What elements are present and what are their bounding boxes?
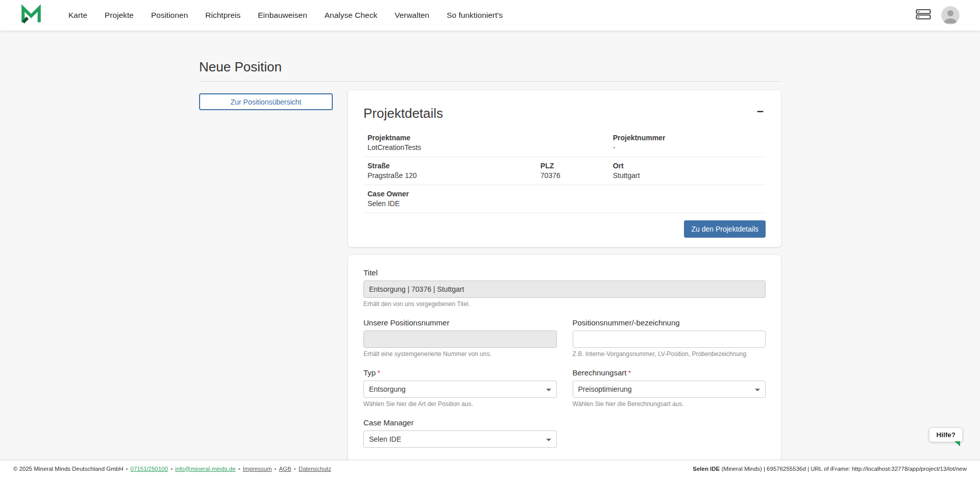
footer-user-name: Selen IDE bbox=[693, 466, 720, 472]
berechnungsart-select-value: Preisoptimierung bbox=[578, 385, 632, 393]
case-manager-select-value: Selen IDE bbox=[369, 435, 401, 443]
nav-item-positionen[interactable]: Positionen bbox=[151, 11, 188, 19]
positionsnummer-bezeichnung-label: Positionsnummer/-bezeichnung bbox=[573, 318, 766, 327]
nav-item-projekte[interactable]: Projekte bbox=[105, 11, 134, 19]
phone-link[interactable]: 07151/250100 bbox=[131, 466, 168, 472]
projektname-label: Projektname bbox=[368, 134, 605, 142]
agb-link[interactable]: AGB bbox=[279, 466, 291, 472]
case-owner-label: Case Owner bbox=[368, 190, 762, 198]
nav-item-einbauweisen[interactable]: Einbauweisen bbox=[258, 11, 307, 19]
help-button-label: Hilfe? bbox=[936, 431, 955, 439]
positionsnummer-bezeichnung-help: Z.B. Interne-Vorgangsnummer, LV-Position… bbox=[573, 350, 766, 358]
title-divider bbox=[199, 81, 781, 82]
to-project-details-button[interactable]: Zu den Projektdetails bbox=[684, 220, 766, 238]
typ-select[interactable]: Entsorgung bbox=[363, 381, 557, 398]
typ-help: Wählen Sie hier die Art der Position aus… bbox=[363, 400, 557, 408]
project-details-card: Projektdetails – Projektname LotCreation… bbox=[348, 90, 781, 247]
page-title: Neue Position bbox=[199, 59, 781, 75]
navbar-right bbox=[916, 6, 960, 24]
chevron-down-icon bbox=[546, 389, 551, 391]
content-area: Neue Position Zur Positionsübersicht Pro… bbox=[0, 0, 980, 461]
titel-input[interactable] bbox=[363, 281, 766, 298]
impressum-link[interactable]: Impressum bbox=[243, 466, 272, 472]
collapse-icon[interactable]: – bbox=[755, 105, 766, 117]
chevron-down-icon bbox=[546, 439, 551, 441]
nav-item-verwalten[interactable]: Verwalten bbox=[395, 11, 429, 19]
strasse-label: Straße bbox=[368, 162, 532, 170]
typ-label: Typ* bbox=[363, 368, 557, 377]
project-card-title: Projektdetails bbox=[363, 105, 443, 122]
berechnungsart-help: Wählen Sie hier die Berechnungsart aus. bbox=[573, 400, 766, 408]
datenschutz-link[interactable]: Datenschutz bbox=[299, 466, 331, 472]
footer-session-info: (Mineral Minds) | 69576255536d | URL of … bbox=[720, 466, 967, 472]
case-owner-value: Selen IDE bbox=[368, 199, 762, 208]
strasse-value: Pragstraße 120 bbox=[368, 171, 532, 180]
projektnummer-label: Projektnummer bbox=[613, 134, 762, 142]
nav-item-analyse-check[interactable]: Analyse Check bbox=[325, 11, 377, 19]
ort-label: Ort bbox=[613, 162, 762, 170]
typ-required-asterisk: * bbox=[377, 368, 380, 377]
user-avatar[interactable] bbox=[941, 6, 960, 24]
plz-label: PLZ bbox=[541, 162, 605, 170]
chevron-down-icon bbox=[755, 389, 760, 391]
help-bubble-tail bbox=[954, 441, 960, 446]
mineral-minds-logo[interactable] bbox=[20, 4, 42, 27]
server-icon[interactable] bbox=[916, 8, 931, 23]
table-row: Projektname LotCreationTests Projektnumm… bbox=[363, 129, 766, 157]
nav-item-karte[interactable]: Karte bbox=[68, 11, 87, 19]
nav-item-richtpreis[interactable]: Richtpreis bbox=[205, 11, 240, 19]
footer-separator: • bbox=[126, 466, 128, 472]
top-navbar: Karte Projekte Positionen Richtpreis Ein… bbox=[0, 0, 980, 31]
back-to-positions-button[interactable]: Zur Positionsübersicht bbox=[199, 93, 333, 110]
unsere-positionsnummer-input[interactable] bbox=[363, 331, 557, 348]
projektname-value: LotCreationTests bbox=[368, 143, 605, 152]
nav-item-so-funktionierts[interactable]: So funktioniert's bbox=[447, 11, 503, 19]
main-nav: Karte Projekte Positionen Richtpreis Ein… bbox=[68, 11, 503, 20]
logo-m-icon bbox=[20, 4, 42, 27]
berechnungsart-label: Berechnungsart* bbox=[573, 368, 766, 377]
titel-help: Erhält den von uns vorgegebenen Titel. bbox=[363, 300, 766, 308]
footer-separator: • bbox=[170, 466, 173, 472]
case-manager-label: Case Manager bbox=[363, 418, 557, 427]
unsere-positionsnummer-help: Erhält eine systemgenerierte Nummer von … bbox=[363, 350, 557, 358]
berechnungsart-select[interactable]: Preisoptimierung bbox=[573, 381, 766, 398]
typ-select-value: Entsorgung bbox=[369, 385, 406, 393]
case-manager-select[interactable]: Selen IDE bbox=[363, 431, 557, 448]
table-row: Case Owner Selen IDE bbox=[363, 185, 766, 213]
footer: © 2025 Mineral Minds Deutschland GmbH • … bbox=[0, 461, 980, 481]
project-details-table: Projektname LotCreationTests Projektnumm… bbox=[363, 129, 766, 213]
titel-label: Titel bbox=[363, 268, 766, 277]
plz-value: 70376 bbox=[541, 171, 605, 180]
footer-separator: • bbox=[238, 466, 240, 472]
footer-separator: • bbox=[275, 466, 277, 472]
projektnummer-value: - bbox=[613, 143, 762, 152]
copyright-text: © 2025 Mineral Minds Deutschland GmbH bbox=[13, 466, 124, 472]
help-button[interactable]: Hilfe? bbox=[929, 427, 963, 442]
unsere-positionsnummer-label: Unsere Positionsnummer bbox=[363, 318, 557, 327]
table-row: Straße Pragstraße 120 PLZ 70376 Ort Stut… bbox=[363, 157, 766, 185]
positionsnummer-bezeichnung-input[interactable] bbox=[573, 331, 766, 348]
position-form-card: Titel Erhält den von uns vorgegebenen Ti… bbox=[348, 255, 781, 461]
email-link[interactable]: info@mineral-minds.de bbox=[175, 466, 235, 472]
berechnungsart-required-asterisk: * bbox=[628, 368, 631, 377]
ort-value: Stuttgart bbox=[613, 171, 762, 180]
footer-separator: • bbox=[294, 466, 296, 472]
